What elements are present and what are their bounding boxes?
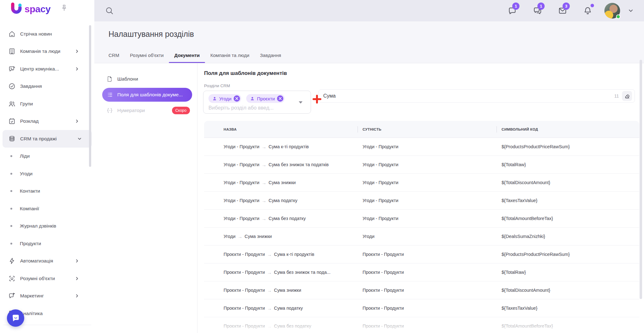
row-entity: Угоди - Продукти	[358, 192, 497, 209]
row-field-name: Сума знижки	[274, 288, 301, 293]
row-entity-path: Проєкти - Продукти	[224, 288, 265, 293]
sidebar-item-label: Завдання	[20, 83, 42, 89]
chevron-icon	[75, 67, 79, 71]
arrow-right-glyph: →	[262, 144, 266, 150]
arrow-right-glyph: →	[267, 288, 272, 293]
notification-button[interactable]	[583, 6, 592, 15]
sidebar-item[interactable]: Контакти	[0, 183, 94, 200]
add-field-button[interactable]	[311, 93, 323, 105]
row-entity: Угоди	[358, 228, 497, 245]
table-header: НАЗВА СУТНІСТЬ СИМВОЛЬНИЙ КОД	[204, 121, 639, 138]
comm-icon	[8, 65, 16, 73]
sidebar: spacy Стрічка новин Компанія та люди	[0, 0, 94, 333]
table-row: Проєкти - Продукти → Сума без знижок та …	[204, 263, 639, 281]
sidebar-nav: Стрічка новин Компанія та люди Центр ком…	[0, 25, 94, 322]
search-icon[interactable]	[105, 6, 114, 15]
remove-chip-button[interactable]	[277, 95, 283, 102]
fields-filter: 11	[319, 89, 635, 103]
tab[interactable]: Компанія та люди	[205, 47, 255, 63]
row-entity: Угоди - Продукти	[358, 156, 497, 173]
section-chip[interactable]: Проєкти	[246, 94, 285, 103]
sidebar-item-label: Розклад	[20, 118, 39, 124]
row-field-name: Сума знижки	[269, 180, 296, 185]
sidebar-item[interactable]: Розклад	[0, 113, 94, 130]
sidebar-item[interactable]: Стрічка новин	[0, 25, 94, 43]
notification-button[interactable]: 1	[508, 6, 517, 15]
notification-button[interactable]: 1	[533, 6, 542, 15]
settings-tabs: CRM Розумні об'єкти Документи Компанія т…	[103, 47, 286, 63]
arrow-right-glyph: →	[267, 270, 272, 275]
sidebar-item[interactable]: Продукти	[0, 235, 94, 252]
column-header-entity: СУТНІСТЬ	[358, 121, 497, 138]
table-row: Угоди - Продукти → Сума без знижок та по…	[204, 156, 639, 174]
chevron-icon	[75, 276, 79, 281]
row-entity-path: Проєкти - Продукти	[224, 252, 265, 257]
select-caret-down-icon[interactable]	[299, 101, 303, 104]
sidebar-item[interactable]: Журнал дзвінків	[0, 217, 94, 235]
sidebar-item[interactable]: Компанія та люди	[0, 43, 94, 60]
row-symbol-code: ${ProductsProductPriceRawSum}	[497, 246, 639, 263]
profile-chevron-down-icon[interactable]	[628, 8, 633, 13]
row-symbol-code: ${TaxesTaxValue}	[497, 192, 639, 209]
subnav-item[interactable]: Поля для шаблонів докуме...	[102, 88, 192, 102]
row-symbol-code: ${TotalAmountBeforeTax}	[497, 210, 639, 227]
row-symbol-code: ${TotalRaw}	[497, 263, 639, 281]
sidebar-item[interactable]: Угоди	[0, 165, 94, 183]
sidebar-item[interactable]: Центр комуніка...	[0, 60, 94, 78]
tab[interactable]: CRM	[103, 47, 125, 63]
row-field-name: Сума податку	[274, 306, 303, 311]
remove-chip-button[interactable]	[234, 95, 240, 102]
column-header-name: НАЗВА	[204, 121, 358, 138]
row-entity: Угоди - Продукти	[358, 210, 497, 227]
row-field-name: Сума без знижок та пода...	[274, 270, 330, 275]
row-field-name: Сума без податку	[274, 324, 311, 329]
row-entity: Проєкти - Продукти	[358, 263, 497, 281]
table-row: Угоди - Продукти → Сума без податку Угод…	[204, 210, 639, 228]
groups-icon	[8, 100, 16, 108]
notification-button[interactable]: 3	[558, 6, 567, 15]
crm-sections-select[interactable]: Угоди Проєкти	[203, 91, 311, 114]
sidebar-item-label: Продукти	[20, 241, 41, 246]
row-symbol-code: ${DealsSumaZnizhki}	[497, 228, 639, 245]
fields-filter-input[interactable]	[323, 93, 614, 99]
notification-badge: 1	[537, 3, 545, 10]
sidebar-item[interactable]: Ліди	[0, 148, 94, 165]
pin-sidebar-icon[interactable]	[60, 4, 68, 13]
subnav-item[interactable]: Нумератори Скоро	[94, 103, 197, 118]
row-entity-path: Угоди - Продукти	[224, 144, 259, 149]
sidebar-scrollbar[interactable]	[89, 25, 91, 167]
tab[interactable]: Завдання	[255, 47, 286, 63]
automation-icon	[8, 257, 16, 265]
support-chat-button[interactable]	[7, 309, 24, 327]
topbar: 1 1 3	[94, 0, 644, 21]
subnav-item[interactable]: Шаблони	[94, 71, 197, 87]
chevron-icon	[75, 259, 79, 263]
sidebar-item[interactable]: Маркетинг	[0, 287, 94, 305]
table-row: Угоди - Продукти → Сума знижки Угоди - П…	[204, 174, 639, 192]
row-field-name: Сума к-ті продуктів	[274, 252, 314, 257]
sidebar-item[interactable]: Завдання	[0, 78, 94, 95]
sidebar-item[interactable]: CRM та продажі	[3, 130, 92, 148]
section-chip[interactable]: Угоди	[208, 94, 241, 103]
clear-filter-button[interactable]	[622, 91, 632, 101]
arrow-right-glyph: →	[262, 162, 266, 167]
chevron-icon	[75, 49, 79, 54]
sidebar-item-label: Угоди	[20, 171, 32, 177]
uspacy-logo[interactable]: spacy	[9, 2, 51, 16]
section-search-input[interactable]	[208, 105, 287, 111]
sidebar-item[interactable]: Автоматизація	[0, 252, 94, 270]
table-row: Проєкти - Продукти → Сума без податку Пр…	[204, 317, 639, 333]
tab[interactable]: Розумні об'єкти	[125, 47, 169, 63]
sidebar-item[interactable]: Компанії	[0, 200, 94, 217]
sidebar-item-label: Розумні об'єкти	[20, 276, 55, 281]
page-scrollbar[interactable]	[640, 60, 642, 299]
arrow-right-glyph: →	[262, 180, 266, 185]
row-field-name: Сума без податку	[269, 216, 306, 221]
person-icon	[250, 96, 255, 101]
table-row: Проєкти - Продукти → Сума знижки Проєкти…	[204, 281, 639, 299]
sidebar-item[interactable]: Розумні об'єкти	[0, 270, 94, 287]
user-avatar[interactable]	[604, 3, 620, 19]
tab[interactable]: Документи	[169, 47, 205, 63]
sidebar-item[interactable]: Групи	[0, 95, 94, 113]
row-entity-path: Угоди - Продукти	[224, 180, 259, 185]
